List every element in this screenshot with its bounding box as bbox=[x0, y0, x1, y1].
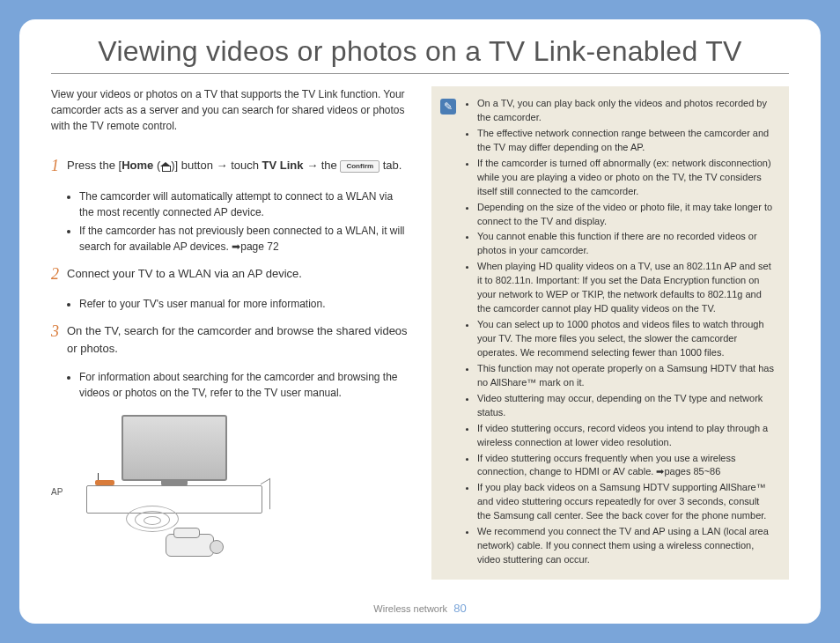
tv-icon bbox=[122, 415, 227, 481]
list-item: If video stuttering occurs frequently wh… bbox=[477, 452, 775, 480]
page-number: 80 bbox=[453, 602, 466, 615]
list-item: On a TV, you can play back only the vide… bbox=[477, 97, 775, 125]
list-item: You can select up to 1000 photos and vid… bbox=[477, 318, 775, 360]
step-body: Connect your TV to a WLAN via an AP devi… bbox=[67, 265, 409, 285]
step-1: 1 Press the [Home ()] button → touch TV … bbox=[51, 157, 409, 176]
ap-device-icon bbox=[95, 480, 114, 485]
tv-link-diagram: AP bbox=[51, 415, 280, 565]
list-item: If the camcorder has not previously been… bbox=[79, 223, 409, 255]
step-number: 2 bbox=[51, 265, 67, 285]
content-columns: View your videos or photos on a TV that … bbox=[51, 86, 789, 580]
home-icon bbox=[160, 162, 171, 171]
note-icon: ✎ bbox=[440, 99, 456, 115]
list-item: If you play back videos on a Samsung HDT… bbox=[477, 481, 775, 523]
page-footer: Wireless network 80 bbox=[19, 602, 821, 615]
ap-label: AP bbox=[51, 487, 63, 497]
divider bbox=[51, 73, 789, 74]
step-1-bullets: The camcorder will automatically attempt… bbox=[79, 188, 409, 255]
shelf bbox=[86, 485, 262, 514]
camcorder-icon bbox=[166, 534, 214, 557]
list-item: The effective network connection range b… bbox=[477, 127, 775, 155]
footer-section: Wireless network bbox=[373, 603, 447, 614]
step-3: 3 On the TV, search for the camcorder an… bbox=[51, 322, 409, 357]
list-item: You cannot enable this function if there… bbox=[477, 230, 775, 258]
step-3-bullets: For information about searching for the … bbox=[79, 369, 409, 401]
list-item: Refer to your TV's user manual for more … bbox=[79, 296, 409, 312]
list-item: If video stuttering occurs, record video… bbox=[477, 422, 775, 450]
step-body: On the TV, search for the camcorder and … bbox=[67, 322, 409, 357]
list-item: For information about searching for the … bbox=[79, 369, 409, 401]
list-item: If the camcorder is turned off abnormall… bbox=[477, 157, 775, 199]
info-box: ✎ On a TV, you can play back only the vi… bbox=[431, 86, 789, 580]
manual-page: Viewing videos or photos on a TV Link-en… bbox=[19, 19, 821, 624]
step-2: 2 Connect your TV to a WLAN via an AP de… bbox=[51, 265, 409, 285]
list-item: This function may not operate properly o… bbox=[477, 362, 775, 390]
intro-text: View your videos or photos on a TV that … bbox=[51, 86, 409, 134]
step-2-bullets: Refer to your TV's user manual for more … bbox=[79, 296, 409, 312]
step-body: Press the [Home ()] button → touch TV Li… bbox=[67, 157, 409, 176]
confirm-button-label: Confirm bbox=[340, 160, 379, 173]
step-number: 1 bbox=[51, 157, 67, 176]
info-list: On a TV, you can play back only the vide… bbox=[477, 97, 775, 569]
list-item: Depending on the size of the video or ph… bbox=[477, 201, 775, 229]
list-item: We recommend you connect the TV and AP u… bbox=[477, 525, 775, 567]
page-title: Viewing videos or photos on a TV Link-en… bbox=[51, 35, 789, 68]
right-column: ✎ On a TV, you can play back only the vi… bbox=[431, 86, 789, 580]
list-item: When playing HD quality videos on a TV, … bbox=[477, 260, 775, 316]
step-number: 3 bbox=[51, 322, 67, 357]
left-column: View your videos or photos on a TV that … bbox=[51, 86, 409, 580]
list-item: The camcorder will automatically attempt… bbox=[79, 188, 409, 220]
list-item: Video stuttering may occur, depending on… bbox=[477, 392, 775, 420]
